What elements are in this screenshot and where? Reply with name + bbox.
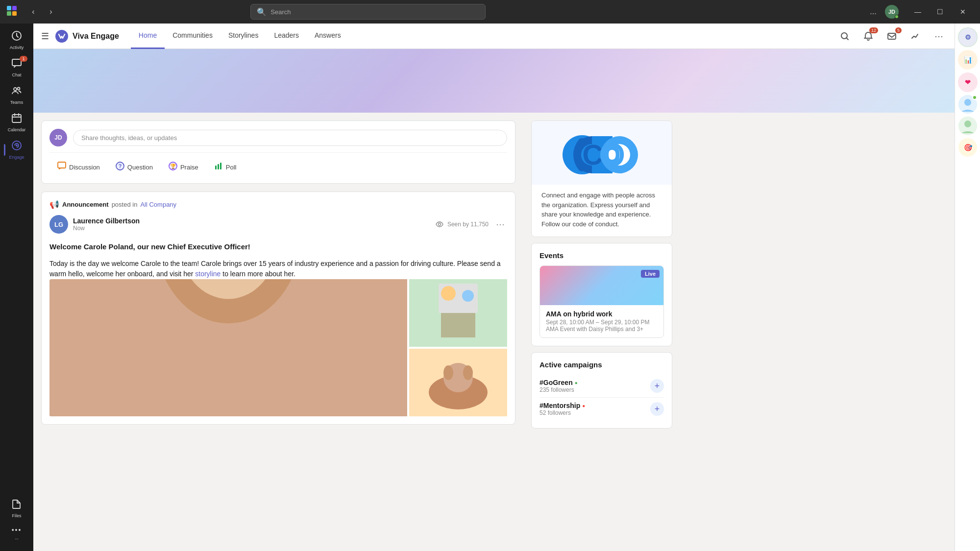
- svg-text:📊: 📊: [963, 56, 972, 64]
- maximize-button[interactable]: ☐: [929, 4, 952, 20]
- announcement-icon: 📢: [49, 200, 59, 209]
- follow-gogreen-button[interactable]: +: [650, 379, 664, 393]
- nav-actions: 12 5 ⋯: [837, 28, 947, 44]
- discussion-label: Discussion: [69, 164, 100, 171]
- community-link[interactable]: All Company: [140, 201, 176, 208]
- title-bar-navigation: ‹ ›: [25, 4, 59, 20]
- campaign-name-gogreen: #GoGreen ●: [539, 379, 578, 386]
- window-controls: — ☐ ✕: [906, 4, 974, 20]
- analytics-button[interactable]: [907, 28, 923, 44]
- files-icon: [11, 499, 22, 512]
- post-image-bottom-right: [409, 349, 507, 416]
- composer-input[interactable]: Share thoughts, ideas, or updates: [73, 130, 507, 146]
- activity-label: Activity: [10, 45, 24, 50]
- event-title: AMA on hybrid work: [546, 310, 658, 318]
- svg-point-5: [14, 88, 17, 91]
- search-input-titlebar[interactable]: [270, 8, 479, 16]
- more-options-button[interactable]: ...: [865, 4, 881, 20]
- right-panel-icon-2[interactable]: 📊: [958, 50, 978, 70]
- svg-rect-1: [12, 6, 17, 10]
- post-body: Today is the day we welcome Carole to th…: [49, 259, 507, 279]
- engage-label: Engage: [9, 155, 24, 160]
- sidebar-item-chat[interactable]: 1 Chat: [4, 55, 29, 80]
- chat-badge: 1: [20, 56, 27, 62]
- svg-text:⚙: ⚙: [964, 33, 971, 41]
- svg-rect-18: [215, 166, 217, 169]
- right-panel-avatar-2[interactable]: [958, 117, 977, 135]
- more-nav-icon: ⋯: [934, 31, 944, 42]
- nav-leaders[interactable]: Leaders: [266, 24, 307, 49]
- chat-label: Chat: [12, 72, 21, 77]
- question-button[interactable]: ? Question: [108, 159, 161, 175]
- svg-point-28: [462, 290, 474, 302]
- composer-card: JD Share thoughts, ideas, or updates: [41, 120, 515, 184]
- close-button[interactable]: ✕: [952, 4, 974, 20]
- praise-icon: 🏆: [169, 162, 177, 172]
- back-button[interactable]: ‹: [25, 4, 41, 20]
- user-avatar-titlebar[interactable]: JD: [885, 5, 899, 19]
- mail-badge: 5: [895, 27, 902, 33]
- community-logo: CO: [532, 121, 672, 185]
- svg-text:🎯: 🎯: [963, 144, 972, 152]
- right-panel-icon-3[interactable]: ❤: [958, 72, 978, 92]
- right-panel-avatar-1[interactable]: [958, 95, 977, 114]
- discussion-button[interactable]: Discussion: [49, 159, 108, 175]
- more-icon: •••: [12, 526, 22, 534]
- praise-button[interactable]: 🏆 Praise: [161, 159, 206, 175]
- follow-mentorship-button[interactable]: +: [650, 402, 664, 416]
- event-date: Sept 28, 10:00 AM – Sept 29, 10:00 PM: [546, 319, 658, 326]
- calendar-icon: [11, 113, 22, 126]
- svg-point-34: [463, 365, 473, 380]
- more-nav-button[interactable]: ⋯: [931, 28, 947, 44]
- svg-rect-2: [7, 11, 11, 16]
- sidebar-item-files[interactable]: Files: [4, 496, 29, 521]
- brand: Viva Engage: [55, 29, 119, 43]
- nav-answers[interactable]: Answers: [307, 24, 349, 49]
- campaign-name-mentorship: #Mentorship ●: [539, 402, 585, 409]
- campaigns-title: Active campaigns: [539, 360, 664, 369]
- more-label: ...: [15, 535, 19, 540]
- search-button[interactable]: [837, 28, 853, 44]
- sidebar-item-more[interactable]: ••• ...: [4, 523, 29, 543]
- right-panel-icon-1[interactable]: ⚙: [958, 27, 978, 47]
- teams-label: Teams: [10, 100, 24, 105]
- praise-label: Praise: [180, 164, 198, 171]
- nav-storylines[interactable]: Storylines: [220, 24, 266, 49]
- poll-button[interactable]: Poll: [206, 159, 245, 175]
- svg-point-33: [443, 365, 453, 380]
- svg-rect-13: [58, 162, 66, 168]
- search-icon-titlebar: 🔍: [257, 7, 267, 17]
- app-body: Activity 1 Chat Teams: [0, 24, 980, 551]
- event-item[interactable]: Live AMA on hybrid work Sept 28, 10:00 A…: [539, 265, 664, 338]
- nav-home[interactable]: Home: [131, 24, 165, 49]
- pet-image: [409, 349, 507, 416]
- campaigns-card: Active campaigns #GoGreen ● 235 follower…: [531, 352, 672, 429]
- post-card: 📢 Announcement posted in All Company LG …: [41, 192, 515, 425]
- sidebar-item-engage[interactable]: Engage: [4, 137, 29, 163]
- sidebar-item-activity[interactable]: Activity: [4, 27, 29, 53]
- storyline-link[interactable]: storyline: [195, 270, 220, 278]
- notifications-button[interactable]: 12: [860, 28, 876, 44]
- post-author-name: Laurence Gilbertson: [73, 217, 431, 225]
- global-search-bar[interactable]: 🔍: [250, 4, 486, 20]
- campaign-info-mentorship: #Mentorship ● 52 followers: [539, 402, 585, 416]
- notification-badge: 12: [869, 27, 878, 33]
- svg-rect-7: [12, 115, 21, 122]
- forward-button[interactable]: ›: [43, 4, 59, 20]
- gogreen-followers: 235 followers: [539, 386, 578, 393]
- minimize-button[interactable]: —: [906, 4, 929, 20]
- menu-button[interactable]: ☰: [41, 31, 49, 42]
- main-scroll[interactable]: JD Share thoughts, ideas, or updates: [33, 49, 955, 551]
- right-panel-icon-5[interactable]: 🎯: [958, 138, 977, 159]
- announcement-tag: 📢 Announcement posted in All Company: [49, 200, 507, 209]
- sidebar-item-calendar[interactable]: Calendar: [4, 110, 29, 135]
- sidebar-item-teams[interactable]: Teams: [4, 82, 29, 108]
- post-menu-button[interactable]: ⋯: [493, 217, 507, 231]
- poll-icon: [214, 162, 223, 172]
- events-card: Events Live AMA on hybrid work Sept 28, …: [531, 243, 672, 346]
- campaign-item-mentorship: #Mentorship ● 52 followers +: [539, 398, 664, 420]
- mail-button[interactable]: 5: [884, 28, 900, 44]
- right-sidebar: CO Connect and engage with people across…: [523, 113, 680, 436]
- nav-communities[interactable]: Communities: [165, 24, 220, 49]
- post-author-info: Laurence Gilbertson Now: [73, 217, 431, 232]
